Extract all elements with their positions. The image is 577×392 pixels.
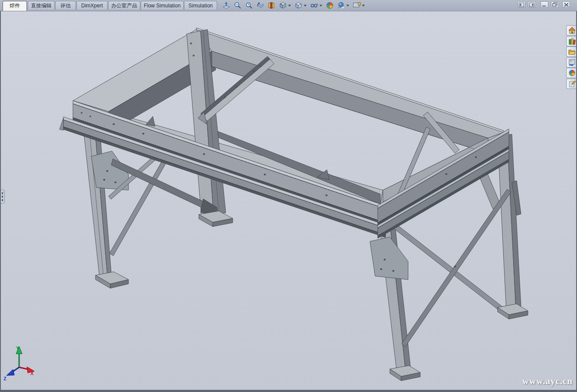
zoom-to-area-button[interactable] — [245, 0, 253, 10]
pane-left-icon — [519, 3, 524, 7]
view-orientation-button[interactable] — [279, 0, 291, 10]
restore-button[interactable] — [551, 1, 559, 8]
zoom-to-fit-icon — [234, 1, 242, 10]
books-icon — [568, 38, 576, 45]
tab-evaluate[interactable]: 评估 — [55, 1, 76, 10]
display-style-icon — [294, 1, 303, 10]
close-button[interactable] — [562, 1, 570, 8]
minimize-button[interactable] — [541, 1, 548, 8]
x-axis-label: X — [30, 371, 34, 376]
tab-flow-simulation[interactable]: Flow Simulation — [141, 1, 184, 10]
minimize-icon — [542, 3, 547, 7]
rotate-view-icon — [256, 1, 264, 10]
color-sphere-icon — [568, 69, 576, 76]
view-orientation-icon — [279, 1, 287, 10]
task-pane-appearances-scenes[interactable] — [566, 68, 577, 78]
dropdown-caret-icon[interactable] — [362, 5, 365, 7]
normal-to-button[interactable] — [222, 0, 231, 10]
weldment-frame-model — [59, 28, 528, 381]
restore-icon — [552, 2, 557, 7]
watermark: www.ayc.cn — [522, 376, 573, 387]
y-axis-label: Y — [16, 346, 20, 351]
zoom-to-fit-button[interactable] — [234, 0, 242, 10]
dropdown-caret-icon[interactable] — [346, 5, 349, 7]
zoom-to-area-icon — [245, 1, 253, 10]
section-view-icon — [267, 1, 276, 10]
reference-triad: Y X Z — [3, 346, 34, 381]
edit-appearance-button[interactable] — [326, 0, 334, 10]
collapse-arrow-icon — [1, 199, 3, 201]
tab-direct-editing[interactable]: 直接编辑 — [28, 1, 55, 10]
tab-office-products[interactable]: 办公室产品 — [108, 1, 140, 10]
tab-dimxpert[interactable]: DimXpert — [76, 1, 108, 10]
solidworks-window: Y X Z 焊件 直接编辑 评估 DimXpert 办公室产品 Flow Sim… — [0, 0, 577, 392]
task-pane-custom-properties[interactable] — [566, 79, 577, 89]
task-pane-design-library[interactable] — [566, 36, 577, 46]
document-pencil-icon — [568, 80, 576, 87]
hide-show-items-button[interactable] — [310, 0, 322, 10]
collapse-right-pane-button[interactable] — [528, 1, 536, 8]
tab-simulation[interactable]: Simulation — [184, 1, 217, 10]
view-settings-button[interactable] — [353, 0, 365, 10]
palette-window-icon — [568, 59, 576, 66]
collapse-arrow-icon — [1, 192, 3, 194]
home-icon — [568, 27, 576, 34]
apply-scene-icon — [337, 1, 345, 10]
folder-icon — [568, 48, 576, 55]
model-viewport[interactable]: Y X Z — [0, 0, 577, 392]
rotate-view-button[interactable] — [256, 0, 264, 10]
tab-weldments[interactable]: 焊件 — [3, 1, 27, 11]
window-border-left — [0, 11, 1, 392]
window-border-bottom — [0, 390, 577, 392]
edit-appearance-icon — [326, 1, 334, 10]
ribbon-bar: 焊件 直接编辑 评估 DimXpert 办公室产品 Flow Simulatio… — [0, 0, 577, 11]
task-pane-file-explorer[interactable] — [566, 46, 577, 57]
apply-scene-button[interactable] — [337, 0, 349, 10]
collapse-arrow-icon — [1, 195, 3, 198]
task-pane-solidworks-resources[interactable] — [566, 25, 577, 36]
task-pane-view-palette[interactable] — [566, 57, 577, 68]
z-axis-label: Z — [3, 376, 7, 381]
collapse-left-pane-button[interactable] — [518, 1, 525, 8]
normal-to-icon — [222, 1, 231, 10]
dropdown-caret-icon[interactable] — [320, 5, 322, 7]
dropdown-caret-icon[interactable] — [288, 5, 291, 7]
dropdown-caret-icon[interactable] — [304, 5, 307, 7]
display-style-button[interactable] — [294, 0, 307, 10]
close-icon — [564, 3, 569, 7]
hide-show-items-icon — [310, 1, 318, 10]
section-view-button[interactable] — [267, 0, 276, 10]
pane-right-icon — [529, 3, 534, 7]
view-settings-icon — [353, 1, 361, 10]
